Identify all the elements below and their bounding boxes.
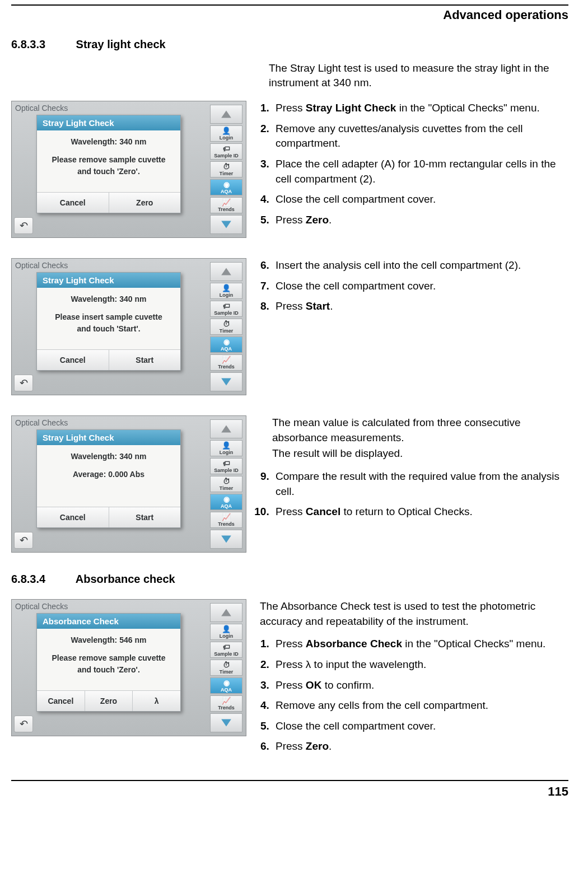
step-4: Close the cell compartment cover.	[272, 192, 568, 207]
trends-icon: 📈	[222, 697, 231, 704]
svg-marker-4	[221, 426, 231, 433]
cancel-button[interactable]: Cancel	[37, 507, 109, 527]
sidebar-item-login[interactable]: 👤Login	[210, 440, 242, 456]
section-heading-absorbance: 6.8.3.4 Absorbance check	[11, 573, 568, 586]
aqa-icon: ◉	[223, 181, 230, 188]
side-toolbar: 👤Login 🏷Sample ID ⏱Timer ◉AQA 📈Trends	[210, 105, 242, 234]
zero-button[interactable]: Zero	[85, 691, 133, 711]
screenshot-stray-light-start: Optical Checks Stray Light Check Wavelen…	[11, 258, 246, 395]
sidebar-item-trends[interactable]: 📈Trends	[210, 354, 242, 371]
dialog-title: Absorbance Check	[37, 614, 180, 629]
step-5: Press Zero.	[272, 213, 568, 228]
scroll-down-button[interactable]	[210, 713, 242, 732]
aqa-icon: ◉	[223, 679, 230, 686]
sidebar-item-trends[interactable]: 📈Trends	[210, 197, 242, 213]
login-icon: 👤	[222, 625, 231, 633]
svg-marker-7	[221, 719, 231, 727]
start-button[interactable]: Start	[109, 507, 181, 527]
back-button[interactable]: ↶	[14, 217, 33, 234]
section-intro-absorbance: The Absorbance Check test is used to tes…	[260, 599, 568, 629]
sidebar-item-sample-id[interactable]: 🏷Sample ID	[210, 458, 242, 474]
tag-icon: 🏷	[223, 643, 230, 651]
scroll-up-button[interactable]	[210, 262, 242, 281]
trends-icon: 📈	[222, 356, 231, 363]
section-intro: The Stray Light test is used to measure …	[269, 61, 568, 90]
sidebar-item-aqa[interactable]: ◉AQA	[210, 336, 242, 353]
scroll-up-button[interactable]	[210, 603, 242, 622]
tag-icon: 🏷	[223, 302, 230, 310]
wavelength-label: Wavelength: 340 nm	[43, 137, 175, 146]
step-3: Place the cell adapter (A) for 10-mm rec…	[272, 157, 568, 186]
dialog: Stray Light Check Wavelength: 340 nm Ple…	[36, 272, 181, 371]
scroll-down-button[interactable]	[210, 215, 242, 234]
start-button[interactable]: Start	[109, 350, 181, 370]
step-b5: Close the cell compartment cover.	[272, 719, 568, 734]
svg-marker-6	[221, 609, 231, 616]
wavelength-label: Wavelength: 546 nm	[43, 635, 175, 644]
step-b3: Press OK to confirm.	[272, 678, 568, 693]
sidebar-item-login[interactable]: 👤Login	[210, 624, 242, 640]
average-label: Average: 0.000 Abs	[43, 469, 175, 480]
sidebar-item-timer[interactable]: ⏱Timer	[210, 476, 242, 492]
sidebar-item-aqa[interactable]: ◉AQA	[210, 179, 242, 195]
scroll-up-button[interactable]	[210, 419, 242, 438]
dialog-title: Stray Light Check	[37, 430, 180, 445]
step-10: Press Cancel to return to Optical Checks…	[272, 504, 568, 520]
result-note-1: The mean value is calculated from three …	[272, 415, 568, 445]
sidebar-item-timer[interactable]: ⏱Timer	[210, 319, 242, 335]
sidebar-item-login[interactable]: 👤Login	[210, 125, 242, 142]
section-title: Stray light check	[76, 38, 166, 50]
side-toolbar: 👤Login 🏷Sample ID ⏱Timer ◉AQA 📈Trends	[210, 603, 242, 732]
result-note-2: The result will be displayed.	[272, 446, 568, 461]
sidebar-item-aqa[interactable]: ◉AQA	[210, 494, 242, 510]
dialog: Absorbance Check Wavelength: 546 nm Plea…	[36, 613, 181, 712]
step-8: Press Start.	[272, 299, 568, 314]
scroll-up-button[interactable]	[210, 105, 242, 124]
sidebar-item-aqa[interactable]: ◉AQA	[210, 677, 242, 694]
timer-icon: ⏱	[223, 320, 230, 328]
dialog-msg-line2: and touch 'Zero'.	[43, 166, 175, 177]
step-7: Close the cell compartment cover.	[272, 279, 568, 294]
dialog-msg-line1: Please remove sample cuvette	[43, 154, 175, 166]
dialog-msg-line1: Please remove sample cuvette	[43, 652, 175, 664]
cancel-button[interactable]: Cancel	[37, 193, 109, 213]
timer-icon: ⏱	[223, 661, 230, 669]
sidebar-item-timer[interactable]: ⏱Timer	[210, 161, 242, 177]
shot-bg-label: Optical Checks	[15, 261, 68, 270]
back-button[interactable]: ↶	[14, 532, 33, 549]
tag-icon: 🏷	[223, 145, 230, 152]
step-1: Press Stray Light Check in the "Optical …	[272, 101, 568, 116]
back-button[interactable]: ↶	[14, 716, 33, 732]
svg-marker-2	[221, 268, 231, 275]
dialog-title: Stray Light Check	[37, 115, 180, 130]
svg-marker-1	[221, 221, 231, 228]
shot-bg-label: Optical Checks	[15, 418, 68, 427]
dialog-title: Stray Light Check	[37, 273, 180, 288]
sidebar-item-login[interactable]: 👤Login	[210, 283, 242, 299]
dialog-msg-line1: Please insert sample cuvette	[43, 311, 175, 323]
step-6: Insert the analysis cell into the cell c…	[272, 258, 568, 273]
lambda-button[interactable]: λ	[133, 691, 180, 711]
cancel-button[interactable]: Cancel	[37, 691, 85, 711]
sidebar-item-sample-id[interactable]: 🏷Sample ID	[210, 143, 242, 160]
shot-bg-label: Optical Checks	[15, 602, 68, 611]
scroll-down-button[interactable]	[210, 530, 242, 549]
side-toolbar: 👤Login 🏷Sample ID ⏱Timer ◉AQA 📈Trends	[210, 262, 242, 391]
sidebar-item-trends[interactable]: 📈Trends	[210, 512, 242, 528]
back-button[interactable]: ↶	[14, 375, 33, 391]
section-heading-stray-light: 6.8.3.3 Stray light check	[11, 38, 568, 51]
screenshot-absorbance-check: Optical Checks Absorbance Check Waveleng…	[11, 599, 246, 736]
step-2: Remove any cuvettes/analysis cuvettes fr…	[272, 121, 568, 151]
sidebar-item-sample-id[interactable]: 🏷Sample ID	[210, 301, 242, 317]
dialog: Stray Light Check Wavelength: 340 nm Ple…	[36, 115, 181, 213]
step-b4: Remove any cells from the cell compartme…	[272, 698, 568, 713]
scroll-down-button[interactable]	[210, 372, 242, 391]
zero-button[interactable]: Zero	[109, 193, 181, 213]
step-b6: Press Zero.	[272, 739, 568, 754]
cancel-button[interactable]: Cancel	[37, 350, 109, 370]
sidebar-item-trends[interactable]: 📈Trends	[210, 695, 242, 712]
shot-bg-label: Optical Checks	[15, 104, 68, 113]
sidebar-item-timer[interactable]: ⏱Timer	[210, 660, 242, 676]
sidebar-item-sample-id[interactable]: 🏷Sample ID	[210, 642, 242, 658]
screenshot-stray-light-result: Optical Checks Stray Light Check Wavelen…	[11, 415, 246, 553]
